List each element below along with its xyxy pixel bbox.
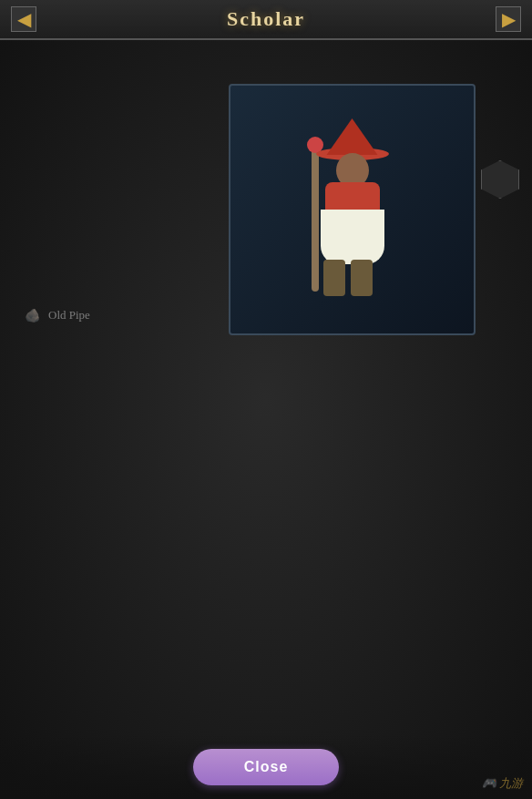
close-button[interactable]: Close [193, 749, 339, 785]
prev-arrow[interactable]: ◀ [11, 6, 36, 32]
trinket-name: Old Pipe [48, 308, 90, 323]
watermark-text: 🎮 九游 [482, 776, 523, 790]
watermark: 🎮 九游 [482, 775, 523, 792]
staff [312, 146, 319, 292]
leg-right [351, 260, 373, 296]
scholar-figure [298, 118, 407, 301]
leg-left [323, 260, 345, 296]
page-title: Scholar [227, 7, 305, 31]
robe [321, 210, 384, 264]
bottom-bar: Close [0, 735, 532, 799]
header: ◀ Scholar ▶ [0, 0, 532, 40]
character-card [229, 84, 476, 335]
next-arrow[interactable]: ▶ [496, 6, 521, 32]
equip-slot-trinket[interactable]: 🪨 Old Pipe [14, 300, 217, 331]
character-illustration [230, 86, 474, 333]
trinket-icon: 🪨 [23, 306, 41, 324]
